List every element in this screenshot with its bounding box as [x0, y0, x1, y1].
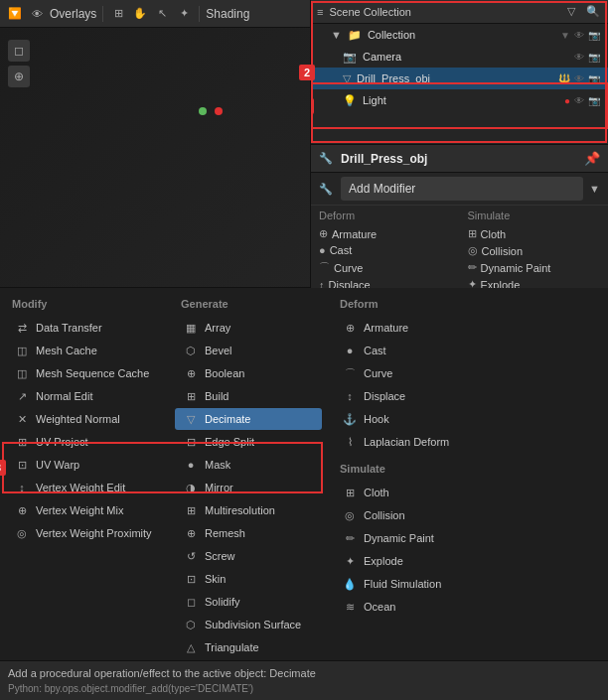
curve-item[interactable]: ⌒ Curve — [319, 258, 452, 277]
uv-project-item[interactable]: ⊞ UV Project — [6, 431, 163, 453]
collection-icon: 📁 — [348, 29, 362, 42]
cloth-menu-item[interactable]: ⊞ Cloth — [334, 482, 491, 503]
laplacian-deform-menu-item[interactable]: ⌇ Laplacian Deform — [334, 431, 491, 453]
overlays-button[interactable]: Overlays — [50, 7, 96, 21]
blender-menu-icon[interactable]: 🔽 — [6, 5, 24, 23]
mirror-item[interactable]: ◑ Mirror — [175, 477, 322, 498]
displace-menu-item[interactable]: ↕ Displace — [334, 385, 491, 407]
mesh-seq-cache-item[interactable]: ◫ Mesh Sequence Cache — [6, 362, 163, 384]
displace-menu-icon: ↕ — [342, 388, 358, 404]
vertex-weight-mix-item[interactable]: ⊕ Vertex Weight Mix — [6, 499, 163, 521]
hook-menu-item[interactable]: ⚓ Hook — [334, 408, 491, 430]
outliner-filter-icon[interactable]: ▽ — [562, 3, 580, 21]
ocean-menu-item[interactable]: ≋ Ocean — [334, 596, 491, 618]
array-icon: ▦ — [183, 320, 199, 336]
light-cam-icon[interactable]: 📷 — [588, 95, 600, 106]
uv-warp-item[interactable]: ⊡ UV Warp — [6, 454, 163, 476]
build-item[interactable]: ⊞ Build — [175, 385, 322, 407]
select-tool-icon[interactable]: ◻ — [8, 40, 30, 62]
grid-icon[interactable]: ⊞ — [109, 5, 127, 23]
properties-modifier-icon: 🔧 — [319, 152, 333, 165]
triangulate-item[interactable]: △ Triangulate — [175, 636, 322, 658]
normal-edit-icon: ↗ — [14, 388, 30, 404]
outliner-drill-press[interactable]: ▽ Drill_Press_obj 🔱 👁 📷 — [311, 68, 608, 89]
curve-icon: ⌒ — [319, 260, 330, 275]
vertex-weight-mix-label: Vertex Weight Mix — [36, 504, 155, 516]
explode-menu-item[interactable]: ✦ Explode — [334, 550, 491, 572]
data-transfer-item[interactable]: ⇄ Data Transfer — [6, 317, 163, 339]
outliner-scene-collection[interactable]: ▼ 📁 Collection ▼ 👁 📷 — [311, 24, 608, 46]
boolean-item[interactable]: ⊕ Boolean — [175, 362, 322, 384]
properties-panel: 🔧 Drill_Press_obj 📌 🔧 Add Modifier ▼ Def… — [310, 144, 608, 288]
edge-split-label: Edge Split — [205, 436, 314, 448]
dynamic-paint-item[interactable]: ✏ Dynamic Paint — [468, 259, 601, 276]
vertex-weight-proximity-item[interactable]: ◎ Vertex Weight Proximity — [6, 522, 163, 544]
camera-eye-icon[interactable]: 👁 — [574, 52, 584, 63]
curve-menu-icon: ⌒ — [342, 365, 358, 381]
bevel-item[interactable]: ⬡ Bevel — [175, 340, 322, 361]
cast-item[interactable]: ● Cast — [319, 242, 452, 258]
shading-button[interactable]: Shading — [206, 7, 249, 21]
drill-modifier-icon[interactable]: 🔱 — [558, 73, 570, 84]
armature-item[interactable]: ⊕ Armature — [319, 225, 452, 242]
outliner-camera-label: Camera — [363, 51, 570, 63]
vertex-weight-edit-item[interactable]: ↕ Vertex Weight Edit — [6, 477, 163, 498]
remesh-item[interactable]: ⊕ Remesh — [175, 522, 322, 544]
outliner-light[interactable]: 💡 Light ● 👁 📷 — [311, 89, 608, 111]
multiresolution-label: Multiresolution — [205, 504, 314, 516]
collection-eye-icon[interactable]: 👁 — [574, 30, 584, 41]
cloth-icon: ⊞ — [468, 227, 477, 240]
mask-icon: ● — [183, 457, 199, 473]
collection-visibility-icon[interactable]: ▼ — [560, 30, 570, 41]
cast-menu-item[interactable]: ● Cast — [334, 340, 491, 361]
add-modifier-button[interactable]: Add Modifier — [341, 177, 583, 201]
skin-item[interactable]: ⊡ Skin — [175, 568, 322, 590]
mask-item[interactable]: ● Mask — [175, 454, 322, 476]
dynamic-paint-menu-item[interactable]: ✏ Dynamic Paint — [334, 527, 491, 549]
fluid-sim-menu-item[interactable]: 💧 Fluid Simulation — [334, 573, 491, 595]
move-icon[interactable]: ✦ — [175, 5, 193, 23]
light-render-icon[interactable]: 👁 — [574, 95, 584, 106]
tooltip-bar: Add a procedural operation/effect to the… — [0, 660, 608, 701]
solidify-icon: ◻ — [183, 594, 199, 610]
array-item[interactable]: ▦ Array — [175, 317, 322, 339]
weighted-normal-item[interactable]: ✕ Weighted Normal — [6, 408, 163, 430]
cursor-icon[interactable]: ↖ — [153, 5, 171, 23]
mesh-cache-item[interactable]: ◫ Mesh Cache — [6, 340, 163, 361]
build-label: Build — [205, 390, 314, 402]
remesh-label: Remesh — [205, 527, 314, 539]
hook-menu-icon: ⚓ — [342, 411, 358, 427]
camera-render-icon[interactable]: 📷 — [588, 52, 600, 63]
mesh-cache-label: Mesh Cache — [36, 345, 155, 356]
armature-menu-item[interactable]: ⊕ Armature — [334, 317, 491, 339]
screw-item[interactable]: ↺ Screw — [175, 545, 322, 567]
collision-menu-item[interactable]: ◎ Collision — [334, 504, 491, 526]
hand-icon[interactable]: ✋ — [131, 5, 149, 23]
vertex-weight-edit-label: Vertex Weight Edit — [36, 482, 155, 493]
outliner-search-icon[interactable]: 🔍 — [584, 3, 602, 21]
pin-icon[interactable]: 📌 — [584, 151, 600, 166]
normal-edit-item[interactable]: ↗ Normal Edit — [6, 385, 163, 407]
curve-menu-item[interactable]: ⌒ Curve — [334, 362, 491, 384]
outliner-camera[interactable]: 📷 Camera 👁 📷 — [311, 46, 608, 68]
collision-item[interactable]: ◎ Collision — [468, 242, 601, 259]
boolean-label: Boolean — [205, 367, 314, 379]
decimate-item[interactable]: ▽ Decimate — [175, 408, 322, 430]
uv-warp-label: UV Warp — [36, 459, 155, 471]
ocean-menu-icon: ≋ — [342, 599, 358, 615]
drill-eye-icon[interactable]: 👁 — [574, 73, 584, 84]
multiresolution-item[interactable]: ⊞ Multiresolution — [175, 499, 322, 521]
cloth-item[interactable]: ⊞ Cloth — [468, 225, 601, 242]
collection-render-icon[interactable]: 📷 — [588, 30, 600, 41]
collision-icon: ◎ — [468, 244, 478, 257]
build-icon: ⊞ — [183, 388, 199, 404]
drill-render-icon[interactable]: 📷 — [588, 73, 600, 84]
uv-project-icon: ⊞ — [14, 434, 30, 450]
solidify-item[interactable]: ◻ Solidify — [175, 591, 322, 613]
skin-label: Skin — [205, 573, 314, 585]
subdivision-surface-item[interactable]: ⬡ Subdivision Surface — [175, 614, 322, 635]
light-eye-icon[interactable]: ● — [564, 95, 570, 106]
viewport-icon[interactable]: 👁 — [28, 5, 46, 23]
edge-split-item[interactable]: ⊟ Edge Split — [175, 431, 322, 453]
cursor-tool-icon[interactable]: ⊕ — [8, 66, 30, 87]
